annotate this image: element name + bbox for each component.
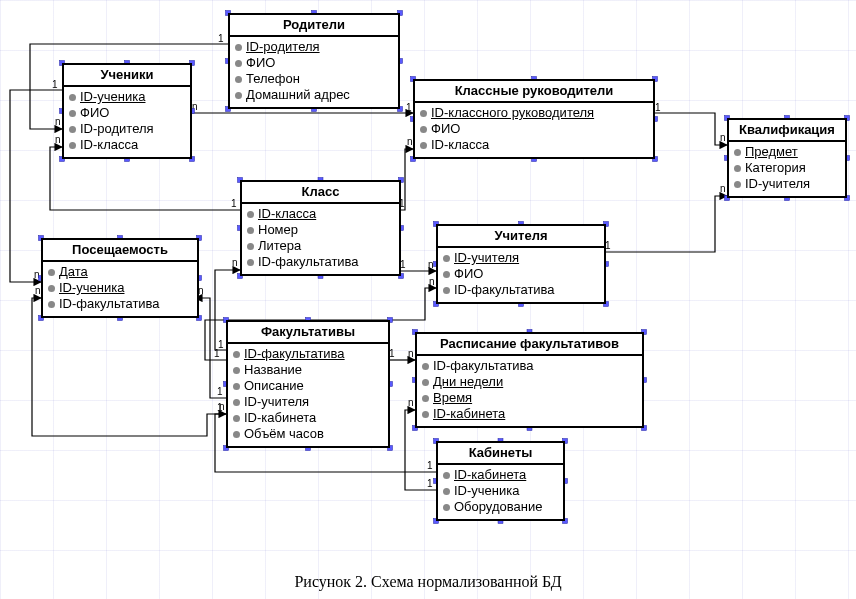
entity-title: Классные руководители [415,81,653,103]
relationship-line[interactable] [195,298,226,398]
field-label: Время [433,390,472,406]
entity-parents[interactable]: РодителиID-родителяФИОТелефонДомашний ад… [228,13,400,109]
entity-title: Класс [242,182,399,204]
field-bullet-icon [443,504,450,511]
field-bullet-icon [48,269,55,276]
entity-schedule[interactable]: Расписание факультативовID-факультативаД… [415,332,644,428]
entity-title: Посещаемость [43,240,197,262]
entity-title: Учителя [438,226,604,248]
cardinality-many: n [720,183,726,194]
field-bullet-icon [443,488,450,495]
field-label: ID-родителя [246,39,320,55]
cardinality-one: 1 [655,102,661,113]
field-bullet-icon [48,301,55,308]
entity-class[interactable]: КлассID-классаНомерЛитераID-факультатива [240,180,401,276]
entity-field: Категория [734,160,840,176]
entity-teachers[interactable]: УчителяID-учителяФИОID-факультатива [436,224,606,304]
entity-field: ID-родителя [69,121,185,137]
cardinality-many: n [219,401,225,412]
field-label: ID-ученика [454,483,519,499]
field-label: ID-классного руководителя [431,105,594,121]
entity-rooms[interactable]: КабинетыID-кабинетаID-ученикаОборудовани… [436,441,565,521]
cardinality-one: 1 [406,102,412,113]
field-bullet-icon [69,94,76,101]
field-label: ID-класса [80,137,138,153]
cardinality-many: n [720,132,726,143]
field-bullet-icon [422,411,429,418]
cardinality-many: n [408,397,414,408]
field-bullet-icon [422,379,429,386]
field-label: Описание [244,378,304,394]
field-label: ID-факультатива [244,346,345,362]
field-label: Дни недели [433,374,503,390]
relationship-line[interactable] [602,196,727,252]
entity-qualification[interactable]: КвалификацияПредметКатегорияID-учителя [727,118,847,198]
relationship-line[interactable] [32,298,226,436]
diagram-canvas: 1n1n1n1n1n1n1n1n1n1n1n1n1n1n1n Рисунок 2… [0,0,856,599]
entity-field: ID-факультатива [48,296,192,312]
field-bullet-icon [69,110,76,117]
field-bullet-icon [420,142,427,149]
cardinality-one: 1 [218,339,224,350]
entity-field: Предмет [734,144,840,160]
field-label: Телефон [246,71,300,87]
field-bullet-icon [420,126,427,133]
cardinality-one: 1 [52,79,58,90]
field-bullet-icon [247,243,254,250]
entity-field: Литера [247,238,394,254]
field-bullet-icon [235,60,242,67]
entity-field: ID-класса [420,137,648,153]
entity-field: ID-факультатива [422,358,637,374]
entity-field: Домашний адрес [235,87,393,103]
cardinality-many: n [192,101,198,112]
field-bullet-icon [235,76,242,83]
field-label: ID-факультатива [258,254,359,270]
field-bullet-icon [247,227,254,234]
field-bullet-icon [422,363,429,370]
field-label: ID-класса [431,137,489,153]
cardinality-many: n [428,259,434,270]
entity-field: ID-ученика [48,280,192,296]
entity-classheads[interactable]: Классные руководителиID-классного руково… [413,79,655,159]
field-bullet-icon [233,351,240,358]
cardinality-many: n [35,285,41,296]
entity-field: Номер [247,222,394,238]
entity-students[interactable]: УченикиID-ученикаФИОID-родителяID-класса [62,63,192,159]
field-bullet-icon [443,271,450,278]
entity-field: ID-учителя [443,250,599,266]
field-bullet-icon [247,211,254,218]
field-bullet-icon [233,383,240,390]
entity-field: ФИО [69,105,185,121]
cardinality-one: 1 [427,478,433,489]
entity-field: ID-классного руководителя [420,105,648,121]
entity-body: ID-факультативаНазваниеОписаниеID-учител… [228,344,388,446]
field-label: ФИО [454,266,483,282]
cardinality-one: 1 [217,386,223,397]
field-bullet-icon [420,110,427,117]
field-label: ID-факультатива [433,358,534,374]
field-label: ID-кабинета [433,406,505,422]
field-bullet-icon [233,367,240,374]
entity-body: ID-кабинетаID-ученикаОборудование [438,465,563,519]
field-label: Объём часов [244,426,324,442]
field-bullet-icon [233,399,240,406]
entity-field: ID-кабинета [422,406,637,422]
cardinality-one: 1 [214,348,220,359]
entity-electives[interactable]: ФакультативыID-факультативаНазваниеОписа… [226,320,390,448]
field-bullet-icon [734,149,741,156]
entity-field: Дата [48,264,192,280]
entity-field: Название [233,362,383,378]
field-label: ID-факультатива [59,296,160,312]
cardinality-many: n [34,269,40,280]
entity-body: ID-родителяФИОТелефонДомашний адрес [230,37,398,107]
field-bullet-icon [443,472,450,479]
field-bullet-icon [235,92,242,99]
entity-field: ФИО [235,55,393,71]
entity-field: ID-класса [69,137,185,153]
entity-body: ДатаID-ученикаID-факультатива [43,262,197,316]
entity-field: ID-класса [247,206,394,222]
entity-field: ID-факультатива [443,282,599,298]
entity-attendance[interactable]: ПосещаемостьДатаID-ученикаID-факультатив… [41,238,199,318]
entity-body: ID-ученикаФИОID-родителяID-класса [64,87,190,157]
relationship-line[interactable] [651,113,727,145]
